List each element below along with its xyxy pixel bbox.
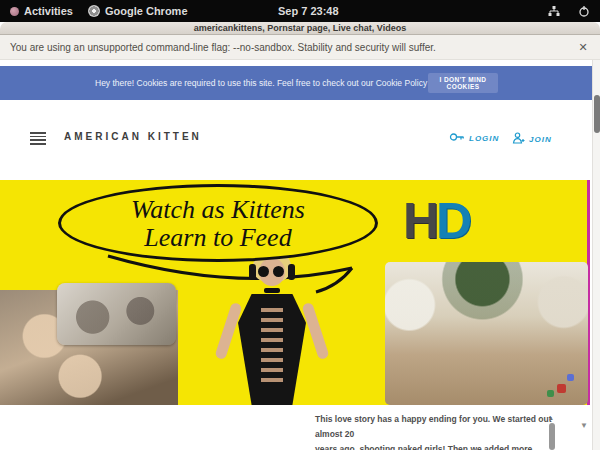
activities-button[interactable]: Activities	[24, 0, 73, 22]
bubble-line-1: Watch as Kittens	[61, 196, 375, 224]
hd-logo-d: D	[436, 193, 469, 249]
page-scrollbar[interactable]	[592, 60, 600, 450]
textbox-scroll-up-icon[interactable]: ▲	[548, 415, 554, 421]
network-icon[interactable]	[547, 4, 561, 18]
screen: Activities Google Chrome Sep 7 23:48 ame…	[0, 0, 600, 450]
chrome-icon	[88, 5, 100, 17]
figure-top-pattern	[261, 308, 283, 388]
hero-banner: Watch as Kittens Learn to Feed HD	[0, 180, 590, 405]
close-icon[interactable]: ✕	[575, 39, 591, 55]
model-figure-illustration[interactable]	[205, 250, 340, 405]
hd-logo: HD	[403, 196, 469, 246]
about-line-1: This love story has a happy ending for y…	[315, 412, 553, 442]
figure-arm	[214, 302, 242, 361]
page-viewport: Hey there! Cookies are required to use t…	[0, 60, 600, 450]
about-text: This love story has a happy ending for y…	[315, 412, 553, 450]
figure-arm	[301, 302, 329, 361]
textbox-scrollbar-thumb[interactable]	[549, 423, 555, 450]
gift-accent	[547, 390, 554, 397]
photo-thumbnail-left-overlay[interactable]	[57, 283, 176, 345]
bubble-line-2: Learn to Feed	[61, 224, 375, 252]
clock[interactable]: Sep 7 23:48	[278, 0, 339, 22]
gift-accent	[557, 384, 566, 393]
headphones-icon	[249, 264, 256, 280]
hamburger-icon[interactable]	[30, 132, 46, 145]
sunglasses-icon	[273, 266, 284, 277]
speech-bubble: Watch as Kittens Learn to Feed	[58, 184, 378, 262]
cookie-banner: Hey there! Cookies are required to use t…	[0, 66, 592, 100]
site-brand[interactable]: AMERICAN KITTEN	[64, 131, 202, 142]
sunglasses-icon	[258, 266, 269, 277]
gift-accent	[567, 374, 574, 381]
login-button[interactable]: LOGIN	[449, 132, 499, 144]
key-icon	[449, 132, 465, 144]
about-line-2: years ago, shooting naked girls! Then we…	[315, 442, 553, 450]
cookie-accept-button[interactable]: I DON'T MIND COOKIES	[428, 73, 498, 93]
photo-thumbnail-right[interactable]	[385, 262, 588, 405]
join-label: JOIN	[529, 135, 552, 144]
user-plus-icon	[512, 132, 525, 146]
gnome-top-bar: Activities Google Chrome Sep 7 23:48	[0, 0, 600, 22]
scroll-down-icon[interactable]: ▼	[580, 421, 588, 430]
app-menu-button[interactable]: Google Chrome	[105, 0, 188, 22]
login-label: LOGIN	[469, 134, 499, 143]
join-button[interactable]: JOIN	[512, 132, 552, 146]
headphones-icon	[288, 264, 295, 280]
hd-logo-h: H	[403, 193, 436, 249]
window-title-bar[interactable]: americankittens, Pornstar page, Live cha…	[0, 22, 600, 35]
power-icon[interactable]	[577, 4, 591, 18]
cookie-message: Hey there! Cookies are required to use t…	[95, 66, 473, 100]
activities-icon[interactable]	[10, 7, 19, 16]
sandbox-warning-text: You are using an unsupported command-lin…	[10, 35, 436, 60]
page-scrollbar-thumb[interactable]	[594, 95, 600, 133]
figure-choker	[264, 288, 280, 293]
sandbox-warning-infobar: You are using an unsupported command-lin…	[0, 35, 600, 60]
